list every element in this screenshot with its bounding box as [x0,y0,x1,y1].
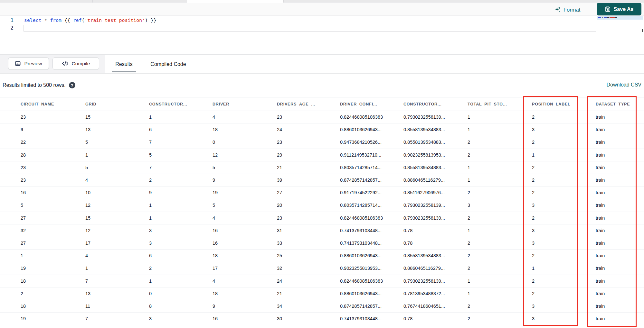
table-cell: 0 [149,287,152,300]
preview-button[interactable]: Preview [8,57,49,70]
table-cell: 18 [213,287,218,300]
table-cell: 0.824468085106383 [340,111,383,123]
code-token: }} [148,18,156,23]
save-as-button[interactable]: Save As [597,3,641,15]
table-row[interactable]: 51215200.8035714285714...0.7930232558139… [0,199,644,212]
table-row[interactable]: 281512290.9112149532710...0.902325581395… [0,149,644,161]
table-cell: 0.7413793103448... [340,224,382,237]
table-cell: 5 [85,136,88,149]
table-cell: 28 [21,149,26,161]
column-header: GRID [85,97,96,111]
table-cell: 2 [532,275,535,287]
table-row[interactable]: 191217320.9023255813953...0.886046511627… [0,262,644,275]
table-row[interactable]: 14618250.8860103626943...0.8558139534883… [0,250,644,262]
scrollbar-thumb[interactable] [642,29,643,32]
format-button[interactable]: Format [554,5,580,14]
table-cell: 9 [213,300,215,313]
table-cell: 0.78 [403,224,412,237]
table-cell: 7 [149,136,152,149]
compile-label: Compile [72,61,90,67]
table-cell: 0.7813953488372... [403,287,445,300]
tab-compiled-code[interactable]: Compiled Code [145,55,192,73]
tab-results[interactable]: Results [112,55,136,73]
table-row[interactable]: 231514230.8244680851063830.7930232558139… [0,111,644,123]
column-header: DRIVER [213,97,229,111]
table-cell: 33 [277,237,282,250]
table-cell: 31 [277,224,282,237]
table-cell: 27 [277,187,282,199]
table-cell: 0.7413793103448... [340,237,382,250]
table-cell: 8 [149,300,152,313]
tab-divider [283,0,284,3]
minimap-code-preview [598,17,617,18]
line-number-2: 2 [3,24,14,32]
table-cell: 2 [532,174,535,187]
table-cell: 0.9023255813953... [403,149,445,161]
table-row[interactable]: 1610919270.9171974522292...0.85116279069… [0,187,644,199]
table-row[interactable]: 213018210.8860103626943...0.781395348837… [0,287,644,300]
file-tab-strip[interactable] [0,0,644,3]
table-cell: 29 [277,149,282,161]
table-cell: 2 [468,300,470,313]
table-cell: train [596,300,605,313]
table-right-edge [643,97,643,325]
table-cell: train [596,275,605,287]
table-cell: 12 [85,199,90,212]
table-cell: 39 [277,174,282,187]
table-cell: 18 [213,250,218,262]
table-cell: 24 [277,275,282,287]
line-number-1: 1 [3,17,14,24]
table-row[interactable]: 2717316330.7413793103448...0.7823train [0,237,644,250]
table-row[interactable]: 913618240.8860103626943...0.855813953488… [0,123,644,136]
compile-button[interactable]: Compile [52,57,99,70]
column-header: DRIVER_CONFI... [340,97,377,111]
table-cell: 0.8511627906976... [403,187,445,199]
table-row[interactable]: 197316300.7413793103448...0.7823train [0,313,644,325]
help-icon[interactable]: ? [69,82,75,88]
table-cell: 4 [213,212,215,224]
code-token: {{ [64,18,73,23]
table-cell: 1 [149,275,152,287]
table-cell: 2 [532,161,535,174]
preview-label: Preview [24,61,42,67]
table-cell: 2 [468,262,470,275]
table-cell: train [596,136,605,149]
table-row[interactable]: 181189340.8742857142857...0.767441860465… [0,300,644,313]
table-row[interactable]: 271514230.8244680851063830.7930232558139… [0,212,644,224]
table-cell: 7 [149,161,152,174]
active-line-box[interactable] [24,25,596,32]
table-row[interactable]: 23575210.8035714285714...0.8558139534883… [0,161,644,174]
table-cell: 18 [21,300,26,313]
table-cell: 3 [149,313,152,325]
table-cell: 2 [468,149,470,161]
table-cell: 16 [213,224,218,237]
table-cell: 5 [85,161,88,174]
editor-minimap[interactable] [597,16,643,54]
format-label: Format [564,7,580,13]
code-token [42,18,44,23]
table-cell: 2 [532,287,535,300]
tab-divider [92,0,93,3]
table-row[interactable]: 22570230.9473684210526...0.8558139534883… [0,136,644,149]
sql-editor[interactable]: 1 2 select * from {{ ref('train_test_pos… [0,16,644,55]
table-row[interactable]: 18714240.8244680851063830.7930232558139.… [0,275,644,287]
table-cell: 4 [213,275,215,287]
table-cell: 0.8860103626943... [340,123,382,136]
table-row[interactable]: 3212316310.7413793103448...0.7813train [0,224,644,237]
table-cell: 0.8035714285714... [340,199,382,212]
table-cell: 2 [532,136,535,149]
table-cell: 2 [468,212,470,224]
table-cell: 13 [85,123,90,136]
table-cell: 2 [468,313,470,325]
table-row[interactable]: 23429390.8742857142857...0.8860465116279… [0,174,644,187]
table-cell: 9 [213,174,215,187]
active-file-tab[interactable] [187,0,283,3]
sparkle-icon [554,6,561,13]
download-csv-link[interactable]: Download CSV [604,82,641,88]
sql-code-line[interactable]: select * from {{ ref('train_test_positio… [24,17,156,24]
code-token: 'train_test_position' [85,18,145,23]
table-cell: 2 [468,250,470,262]
table-cell: 0.78 [403,313,412,325]
table-cell: 0.7930232558139... [403,199,445,212]
save-icon [605,6,611,12]
